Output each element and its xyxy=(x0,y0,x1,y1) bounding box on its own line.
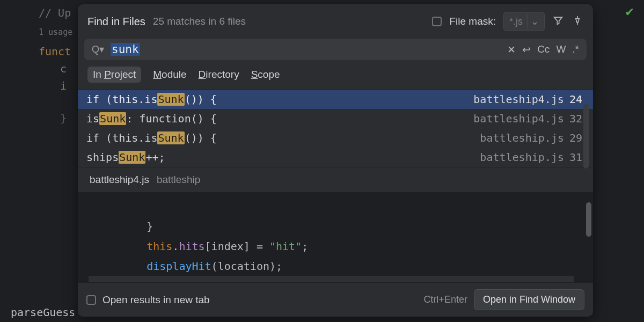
inspection-ok-icon[interactable]: ✔ xyxy=(625,5,634,19)
preview-v-scrollbar[interactable] xyxy=(586,202,591,237)
result-file: battleship.js xyxy=(480,151,564,164)
match-highlight: Sunk xyxy=(157,93,184,106)
file-mask-checkbox[interactable] xyxy=(432,17,442,26)
chevron-down-icon[interactable]: ⌄ xyxy=(527,14,542,28)
history-icon[interactable]: ↩ xyxy=(522,43,531,56)
dialog-title: Find in Files xyxy=(87,16,145,28)
dialog-footer: Open results in new tab Ctrl+Enter Open … xyxy=(78,282,593,317)
preview-file: battleship4.js xyxy=(90,174,149,186)
tab-module[interactable]: Module xyxy=(153,69,186,80)
preview-code: } this.hits[index] = "hit"; displayHit(l… xyxy=(121,197,593,282)
shortcut-hint: Ctrl+Enter xyxy=(423,294,467,305)
preview-pane: } this.hits[index] = "hit"; displayHit(l… xyxy=(78,193,593,282)
clear-icon[interactable]: ✕ xyxy=(507,43,516,56)
result-row[interactable]: isSunk: function() { battleship4.js32 xyxy=(78,109,593,128)
tab-in-project[interactable]: In Project xyxy=(87,67,141,83)
matches-count: 25 matches in 6 files xyxy=(153,16,425,27)
result-file: battleship4.js xyxy=(473,93,564,106)
find-in-files-dialog: Find in Files 25 matches in 6 files File… xyxy=(78,4,593,317)
result-row[interactable]: if (this.isSunk()) { battleship4.js24 xyxy=(78,90,593,109)
match-highlight: Sunk xyxy=(119,151,145,164)
match-case-toggle[interactable]: Cc xyxy=(537,43,550,55)
result-line: 29 xyxy=(569,131,582,144)
match-highlight: Sunk xyxy=(99,112,126,125)
regex-toggle[interactable]: .* xyxy=(572,43,579,55)
open-new-tab-label: Open results in new tab xyxy=(103,294,210,306)
scope-tabs: In Project Module Directory Scope xyxy=(78,60,593,89)
file-mask-value: *.js xyxy=(509,16,523,27)
result-row[interactable]: shipsSunk++; battleship.js31 xyxy=(78,148,593,167)
file-mask-label: File mask: xyxy=(449,16,496,27)
filter-icon[interactable] xyxy=(552,15,564,28)
search-row: Q▾ sunk ✕ ↩ Cc W .* xyxy=(84,39,587,60)
result-line: 32 xyxy=(569,112,582,125)
file-mask-input[interactable]: *.js ⌄ xyxy=(503,12,545,31)
open-new-tab-checkbox[interactable] xyxy=(86,295,96,305)
search-input[interactable]: sunk xyxy=(111,43,501,56)
preview-h-scrollbar[interactable] xyxy=(89,276,574,282)
bg-func-kw: funct xyxy=(39,45,71,58)
results-list: if (this.isSunk()) { battleship4.js24 is… xyxy=(78,89,593,167)
result-file: battleship4.js xyxy=(473,112,564,125)
result-row[interactable]: if (this.isSunk()) { battleship.js29 xyxy=(78,128,593,148)
tab-scope[interactable]: Scope xyxy=(251,69,280,80)
bg-parseguess: parseGuess xyxy=(11,304,75,321)
results-scrollbar[interactable] xyxy=(583,104,589,169)
pin-icon[interactable] xyxy=(572,15,583,28)
result-file: battleship.js xyxy=(480,131,564,144)
preview-header: battleship4.js battleship xyxy=(78,167,593,193)
search-icon[interactable]: Q▾ xyxy=(92,43,104,55)
match-highlight: Sunk xyxy=(157,131,184,144)
preview-path: battleship xyxy=(157,174,200,186)
result-line: 31 xyxy=(569,151,582,164)
dialog-header: Find in Files 25 matches in 6 files File… xyxy=(78,4,593,39)
tab-directory[interactable]: Directory xyxy=(199,69,239,80)
open-find-window-button[interactable]: Open in Find Window xyxy=(474,289,584,310)
result-line: 24 xyxy=(569,93,582,106)
whole-words-toggle[interactable]: W xyxy=(556,43,566,55)
search-query: sunk xyxy=(111,43,140,56)
